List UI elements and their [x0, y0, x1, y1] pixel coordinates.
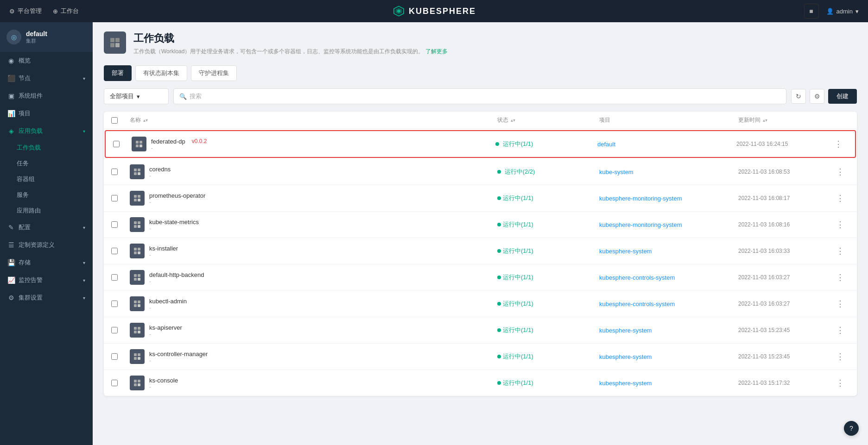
sidebar-item-clustersettings[interactable]: ⚙ 集群设置 ▾ [0, 289, 93, 307]
row-1-project[interactable]: default [597, 141, 736, 148]
top-nav-right: ■ 👤 admin ▾ [804, 4, 859, 19]
table-row: federated-dp v0.0.2 - 运行中(1/1) default 2… [105, 130, 856, 158]
sidebar-item-crd[interactable]: ☰ 定制资源定义 [0, 236, 93, 254]
svg-rect-37 [134, 331, 137, 333]
help-button[interactable]: ? [844, 421, 859, 436]
header-updatetime: 更新时间 ▴▾ [738, 116, 831, 124]
status-sort-icon[interactable]: ▴▾ [511, 118, 515, 123]
row-check-1[interactable] [113, 141, 132, 147]
sidebar-item-jobs[interactable]: 任务 [0, 156, 93, 171]
workbench-link[interactable]: ⊕ 工作台 [53, 7, 79, 15]
row-9-name[interactable]: ks-controller-manager [149, 351, 208, 357]
page-header: 工作负载 工作负载（Workload）用于处理业务请求，可包含一个或多个容器组，… [104, 31, 857, 56]
row-7-name[interactable]: kubectl-admin [149, 298, 187, 305]
search-box[interactable]: 🔍 搜索 [173, 88, 786, 104]
tab-statefulsets[interactable]: 有状态副本集 [135, 65, 187, 81]
learn-more-link[interactable]: 了解更多 [425, 48, 448, 55]
toolbar-right: ↻ ⚙ 创建 [791, 89, 857, 104]
row-6-project[interactable]: kubesphere-controls-system [599, 274, 738, 281]
notifications-btn[interactable]: ■ [804, 4, 819, 19]
sidebar-item-components[interactable]: ▣ 系统组件 [0, 87, 93, 105]
row-2-name[interactable]: coredns [149, 166, 171, 173]
workbench-label: 工作台 [61, 7, 79, 15]
svg-rect-29 [134, 278, 137, 281]
top-navigation: ⚙ 平台管理 ⊕ 工作台 KUBESPHERE ■ 👤 admin ▾ [0, 0, 868, 22]
svg-rect-6 [115, 43, 120, 47]
svg-rect-35 [134, 327, 137, 330]
svg-rect-33 [134, 304, 137, 307]
cluster-name: default [26, 30, 47, 38]
sidebar-item-nodes[interactable]: ⬛ 节点 ▾ [0, 69, 93, 87]
row-10-name[interactable]: ks-console [149, 377, 178, 384]
row-4-name[interactable]: kube-state-metrics [149, 219, 199, 226]
row-7-project[interactable]: kubesphere-controls-system [599, 301, 738, 307]
sidebar-components-label: 系统组件 [19, 92, 43, 100]
row-2-checkbox[interactable] [111, 169, 118, 175]
select-all-checkbox[interactable] [111, 117, 118, 124]
workloads-table: 名称 ▴▾ 状态 ▴▾ 项目 更新时间 ▴▾ [104, 112, 857, 396]
top-nav-logo: KUBESPHERE [392, 5, 476, 18]
svg-rect-11 [134, 169, 137, 171]
row-8-name[interactable]: ks-apiserver [149, 324, 182, 331]
overview-icon: ◉ [7, 57, 15, 64]
sidebar-item-monitoring[interactable]: 📈 监控告警 ▾ [0, 271, 93, 289]
sidebar-item-containers[interactable]: 容器组 [0, 171, 93, 187]
svg-rect-4 [115, 38, 120, 42]
row-1-status: 运行中(1/1) [495, 140, 597, 148]
table-row: default-http-backend - 运行中(1/1) kubesphe… [104, 264, 857, 291]
row-1-checkbox[interactable] [113, 141, 120, 147]
svg-rect-13 [134, 172, 137, 175]
row-1-version: v0.0.2 [192, 138, 207, 144]
svg-rect-8 [139, 141, 142, 144]
sidebar-item-workloads[interactable]: 工作负载 [0, 140, 93, 156]
config-chevron-icon: ▾ [83, 225, 85, 230]
row-5-project[interactable]: kubesphere-system [599, 248, 738, 255]
settings-button[interactable]: ⚙ [810, 89, 824, 104]
page-description: 工作负载（Workload）用于处理业务请求，可包含一个或多个容器组，日志、监控… [133, 47, 448, 56]
row-6-name[interactable]: default-http-backend [149, 271, 204, 278]
sidebar-item-approutes[interactable]: 应用路由 [0, 203, 93, 219]
name-sort-icon[interactable]: ▴▾ [143, 118, 148, 123]
create-button[interactable]: 创建 [828, 89, 857, 104]
cluster-header: ◎ default 集群 [0, 22, 93, 52]
row-8-project[interactable]: kubesphere-system [599, 327, 738, 334]
svg-rect-22 [138, 225, 140, 228]
time-sort-icon[interactable]: ▴▾ [763, 118, 767, 123]
tab-deployments[interactable]: 部署 [104, 65, 132, 81]
table-row: coredns - 运行中(2/2) kube-system 2022-11-0… [104, 159, 857, 185]
sidebar-item-projects[interactable]: 📊 项目 [0, 105, 93, 122]
sidebar-item-services[interactable]: 服务 [0, 187, 93, 203]
svg-rect-21 [134, 225, 137, 228]
table-row: kubectl-admin - 运行中(1/1) kubesphere-cont… [104, 291, 857, 317]
row-1-more-btn[interactable]: ⋮ [829, 139, 848, 149]
row-2-more-btn[interactable]: ⋮ [831, 167, 849, 177]
sidebar-storage-label: 存储 [19, 258, 31, 267]
row-2-status-dot [497, 170, 501, 174]
row-3-name[interactable]: prometheus-operator [149, 192, 205, 199]
row-1-name[interactable]: federated-dp [151, 138, 185, 145]
user-menu[interactable]: 👤 admin ▾ [826, 8, 859, 15]
sidebar-item-storage[interactable]: 💾 存储 ▾ [0, 254, 93, 271]
row-4-project[interactable]: kubesphere-monitoring-system [599, 221, 738, 228]
svg-rect-46 [138, 383, 140, 386]
sidebar-approutes-label: 应用路由 [17, 207, 41, 215]
sidebar-item-appworkloads[interactable]: ◈ 应用负载 ▾ [0, 122, 93, 140]
project-select-label: 全部项目 [110, 92, 134, 100]
row-10-project[interactable]: kubesphere-system [599, 380, 738, 387]
components-icon: ▣ [7, 92, 15, 100]
refresh-button[interactable]: ↻ [791, 89, 806, 104]
tab-daemonsets[interactable]: 守护进程集 [191, 65, 237, 81]
table-row: prometheus-operator - 运行中(1/1) kubespher… [104, 185, 857, 212]
row-9-project[interactable]: kubesphere-system [599, 353, 738, 360]
row-5-name[interactable]: ks-installer [149, 245, 178, 252]
svg-rect-27 [134, 274, 137, 277]
projects-icon: 📊 [7, 110, 15, 117]
row-check-2[interactable] [111, 169, 130, 175]
sidebar-item-config[interactable]: ✎ 配置 ▾ [0, 219, 93, 236]
platform-manage-link[interactable]: ⚙ 平台管理 [9, 7, 42, 15]
row-3-project[interactable]: kubesphere-monitoring-system [599, 195, 738, 202]
header-check[interactable] [111, 117, 130, 124]
project-select[interactable]: 全部项目 ▾ [104, 88, 169, 104]
sidebar-item-overview[interactable]: ◉ 概览 [0, 52, 93, 69]
row-2-project[interactable]: kube-system [599, 169, 738, 175]
